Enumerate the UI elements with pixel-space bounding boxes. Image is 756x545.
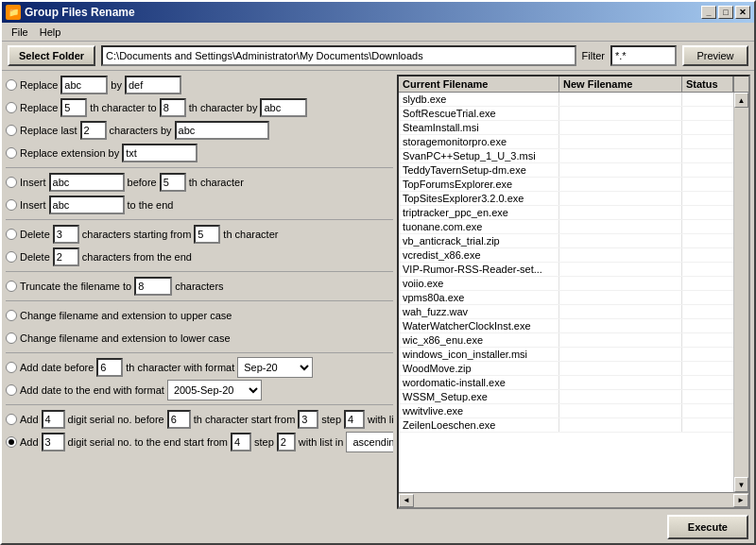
insert-before-val-input[interactable] <box>49 173 125 192</box>
table-row[interactable]: windows_icon_installer.msi <box>399 348 733 362</box>
table-row[interactable]: voiio.exe <box>399 277 733 291</box>
radio-replace-chars[interactable] <box>6 102 17 113</box>
table-row[interactable]: vpms80a.exe <box>399 291 733 305</box>
file-current-name: voiio.exe <box>399 277 559 290</box>
replace-ext-input[interactable] <box>122 144 198 162</box>
add-date-before-format-select[interactable]: Sep-20 Oct-20 <box>237 357 313 378</box>
radio-serial-before[interactable] <box>6 414 17 425</box>
table-row[interactable]: TopForumsExplorer.exe <box>399 178 733 192</box>
col-header-new: New Filename <box>559 77 682 92</box>
radio-delete-from[interactable] <box>6 229 17 240</box>
file-status <box>682 390 733 403</box>
table-row[interactable]: SvanPC++Setup_1_U_3.msi <box>399 149 733 163</box>
table-row[interactable]: TopSitesExplorer3.2.0.exe <box>399 192 733 206</box>
file-current-name: wah_fuzz.wav <box>399 305 559 318</box>
add-date-before-pos-input[interactable] <box>96 358 123 377</box>
table-row[interactable]: vb_anticrack_trial.zip <box>399 234 733 248</box>
file-new-name <box>559 305 682 318</box>
menu-file[interactable]: File <box>6 25 34 40</box>
minimize-button[interactable]: _ <box>701 6 716 19</box>
vertical-scrollbar[interactable]: ▲ ▼ <box>733 93 748 492</box>
replace-chars-from-input[interactable] <box>60 98 87 117</box>
file-status <box>682 206 733 219</box>
table-row[interactable]: triptracker_ppc_en.exe <box>399 206 733 220</box>
execute-button[interactable]: Execute <box>667 515 748 539</box>
table-row[interactable]: wic_x86_enu.exe <box>399 333 733 348</box>
radio-add-date-before[interactable] <box>6 362 17 373</box>
radio-delete-end[interactable] <box>6 251 17 263</box>
file-status <box>682 220 733 233</box>
serial-before-pos-input[interactable] <box>167 410 191 429</box>
table-row[interactable]: ZeilenLoeschen.exe <box>399 418 733 433</box>
replace-last-by-input[interactable] <box>175 121 269 140</box>
radio-insert-end[interactable] <box>6 199 17 211</box>
menu-help[interactable]: Help <box>34 25 67 40</box>
table-row[interactable]: SteamInstall.msi <box>399 121 733 135</box>
replace-to-input[interactable] <box>125 76 181 94</box>
radio-upper-case[interactable] <box>6 310 17 321</box>
horizontal-scrollbar[interactable]: ◄ ► <box>399 492 748 507</box>
serial-end-order-select[interactable]: ascending descending <box>346 432 393 452</box>
serial-end-start-input[interactable] <box>231 433 251 451</box>
table-row[interactable]: storagemonitorpro.exe <box>399 135 733 149</box>
file-status <box>682 418 733 432</box>
file-status <box>682 163 733 177</box>
serial-before-start-input[interactable] <box>298 410 318 429</box>
radio-insert-before[interactable] <box>6 177 17 188</box>
filter-label: Filter <box>582 50 605 61</box>
close-button[interactable]: ✕ <box>735 6 750 19</box>
filter-input[interactable] <box>610 45 677 66</box>
table-row[interactable]: WaterWatcherClockInst.exe <box>399 319 733 333</box>
file-current-name: storagemonitorpro.exe <box>399 135 559 148</box>
serial-before-step-input[interactable] <box>344 410 365 429</box>
replace-chars-by-input[interactable] <box>260 98 307 117</box>
scroll-left-button[interactable]: ◄ <box>399 494 414 507</box>
table-row[interactable]: wah_fuzz.wav <box>399 305 733 319</box>
delete-end-count-input[interactable] <box>53 247 79 266</box>
table-row[interactable]: vcredist_x86.exe <box>399 248 733 263</box>
table-row[interactable]: wordomatic-install.exe <box>399 376 733 390</box>
file-current-name: TopSitesExplorer3.2.0.exe <box>399 192 559 205</box>
scroll-up-button[interactable]: ▲ <box>734 93 748 108</box>
replace-from-input[interactable] <box>60 76 108 94</box>
radio-add-date-end[interactable] <box>6 384 17 396</box>
table-row[interactable]: tuonane.com.exe <box>399 220 733 234</box>
replace-chars-to-input[interactable] <box>160 98 186 117</box>
radio-lower-case[interactable] <box>6 332 17 344</box>
serial-end-digits-input[interactable] <box>42 433 65 451</box>
maximize-button[interactable]: □ <box>718 6 733 19</box>
radio-truncate[interactable] <box>6 281 17 292</box>
table-row[interactable]: WSSM_Setup.exe <box>399 390 733 404</box>
serial-end-step-input[interactable] <box>277 433 296 451</box>
option-replace-last: Replace last characters by <box>6 120 393 141</box>
preview-button[interactable]: Preview <box>682 45 748 66</box>
radio-replace-last[interactable] <box>6 125 17 136</box>
table-row[interactable]: VIP-Rumor-RSS-Reader-set... <box>399 263 733 277</box>
file-new-name <box>559 418 682 432</box>
table-row[interactable]: SoftRescueTrial.exe <box>399 107 733 121</box>
insert-end-val-input[interactable] <box>49 196 125 214</box>
delete-from-pos-input[interactable] <box>194 225 220 244</box>
radio-replace-ext[interactable] <box>6 147 17 159</box>
radio-serial-end[interactable] <box>6 436 17 448</box>
select-folder-button[interactable]: Select Folder <box>8 45 95 66</box>
path-input[interactable] <box>101 45 576 66</box>
file-status <box>682 305 733 318</box>
radio-replace[interactable] <box>6 79 17 91</box>
option-serial-end: Add digit serial no. to the end start fr… <box>6 432 393 452</box>
delete-from-count-input[interactable] <box>53 225 79 244</box>
table-row[interactable]: wwitvlive.exe <box>399 404 733 418</box>
option-delete-from: Delete characters starting from th chara… <box>6 224 393 245</box>
table-row[interactable]: WoodMove.zip <box>399 362 733 376</box>
table-row[interactable]: slydb.exe <box>399 93 733 107</box>
table-row[interactable]: TeddyTavernSetup-dm.exe <box>399 163 733 178</box>
truncate-input[interactable] <box>134 277 172 296</box>
file-current-name: WaterWatcherClockInst.exe <box>399 319 559 332</box>
file-list[interactable]: slydb.exe SoftRescueTrial.exe SteamInsta… <box>399 93 733 492</box>
insert-before-pos-input[interactable] <box>160 173 186 192</box>
scroll-down-button[interactable]: ▼ <box>734 477 748 492</box>
add-date-end-format-select[interactable]: 2005-Sep-20 2005-Oct-20 <box>167 380 262 400</box>
serial-before-digits-input[interactable] <box>42 410 65 429</box>
replace-last-input[interactable] <box>80 121 107 140</box>
scroll-right-button[interactable]: ► <box>733 494 748 507</box>
